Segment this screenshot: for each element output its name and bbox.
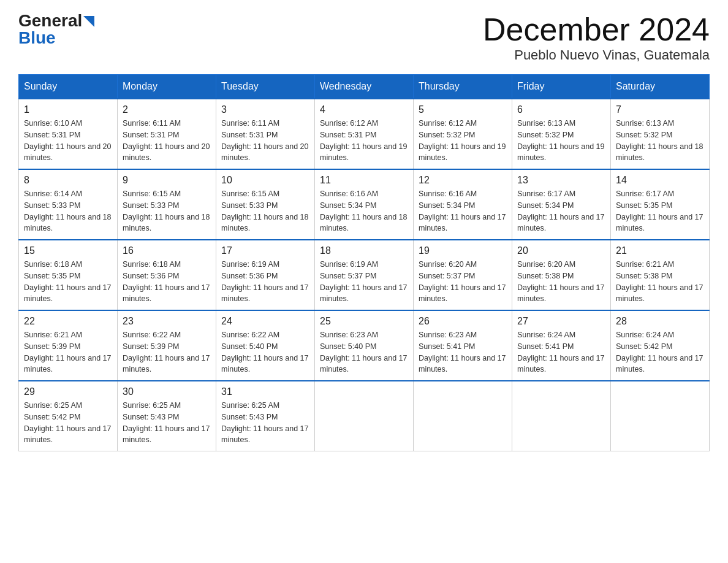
day-cell: 15 Sunrise: 6:18 AMSunset: 5:35 PMDaylig… [19, 240, 118, 310]
day-number: 7 [616, 104, 704, 115]
day-cell: 10 Sunrise: 6:15 AMSunset: 5:33 PMDaylig… [216, 169, 315, 240]
day-number: 16 [123, 245, 211, 256]
day-detail: Sunrise: 6:15 AMSunset: 5:33 PMDaylight:… [221, 188, 309, 234]
day-number: 31 [221, 386, 309, 397]
day-detail: Sunrise: 6:17 AMSunset: 5:35 PMDaylight:… [616, 188, 704, 234]
day-cell [611, 381, 710, 451]
day-detail: Sunrise: 6:22 AMSunset: 5:39 PMDaylight:… [123, 329, 211, 375]
day-cell: 7 Sunrise: 6:13 AMSunset: 5:32 PMDayligh… [611, 99, 710, 169]
day-detail: Sunrise: 6:19 AMSunset: 5:37 PMDaylight:… [320, 259, 408, 305]
day-cell: 24 Sunrise: 6:22 AMSunset: 5:40 PMDaylig… [216, 310, 315, 381]
day-detail: Sunrise: 6:23 AMSunset: 5:40 PMDaylight:… [320, 329, 408, 375]
day-cell: 14 Sunrise: 6:17 AMSunset: 5:35 PMDaylig… [611, 169, 710, 240]
day-detail: Sunrise: 6:20 AMSunset: 5:38 PMDaylight:… [517, 259, 605, 305]
day-detail: Sunrise: 6:13 AMSunset: 5:32 PMDaylight:… [616, 118, 704, 164]
day-cell: 2 Sunrise: 6:11 AMSunset: 5:31 PMDayligh… [118, 99, 216, 169]
day-cell [315, 381, 414, 451]
day-number: 10 [221, 175, 309, 186]
day-cell: 30 Sunrise: 6:25 AMSunset: 5:43 PMDaylig… [118, 381, 216, 451]
day-number: 8 [24, 175, 112, 186]
day-cell: 13 Sunrise: 6:17 AMSunset: 5:34 PMDaylig… [512, 169, 611, 240]
day-number: 14 [616, 175, 704, 186]
day-number: 28 [616, 316, 704, 327]
day-cell: 4 Sunrise: 6:12 AMSunset: 5:31 PMDayligh… [315, 99, 414, 169]
svg-marker-0 [83, 16, 94, 27]
logo-triangle-icon [83, 16, 94, 27]
day-detail: Sunrise: 6:13 AMSunset: 5:32 PMDaylight:… [517, 118, 605, 164]
day-number: 22 [24, 316, 112, 327]
calendar-body: 1 Sunrise: 6:10 AMSunset: 5:31 PMDayligh… [19, 99, 710, 451]
logo-blue: Blue [18, 29, 56, 47]
day-cell [512, 381, 611, 451]
day-cell: 22 Sunrise: 6:21 AMSunset: 5:39 PMDaylig… [19, 310, 118, 381]
header-monday: Monday [118, 75, 216, 99]
day-detail: Sunrise: 6:24 AMSunset: 5:41 PMDaylight:… [517, 329, 605, 375]
day-number: 25 [320, 316, 408, 327]
week-row-2: 8 Sunrise: 6:14 AMSunset: 5:33 PMDayligh… [19, 169, 710, 240]
day-detail: Sunrise: 6:18 AMSunset: 5:35 PMDaylight:… [24, 259, 112, 305]
day-number: 24 [221, 316, 309, 327]
day-number: 3 [221, 104, 309, 115]
day-number: 1 [24, 104, 112, 115]
calendar-table: SundayMondayTuesdayWednesdayThursdayFrid… [18, 74, 710, 451]
day-number: 26 [419, 316, 507, 327]
day-cell: 8 Sunrise: 6:14 AMSunset: 5:33 PMDayligh… [19, 169, 118, 240]
day-detail: Sunrise: 6:20 AMSunset: 5:37 PMDaylight:… [419, 259, 507, 305]
week-row-5: 29 Sunrise: 6:25 AMSunset: 5:42 PMDaylig… [19, 381, 710, 451]
day-detail: Sunrise: 6:25 AMSunset: 5:43 PMDaylight:… [221, 400, 309, 446]
day-cell: 17 Sunrise: 6:19 AMSunset: 5:36 PMDaylig… [216, 240, 315, 310]
header-row: SundayMondayTuesdayWednesdayThursdayFrid… [19, 75, 710, 99]
day-detail: Sunrise: 6:19 AMSunset: 5:36 PMDaylight:… [221, 259, 309, 305]
day-number: 6 [517, 104, 605, 115]
day-cell: 5 Sunrise: 6:12 AMSunset: 5:32 PMDayligh… [414, 99, 512, 169]
day-cell: 23 Sunrise: 6:22 AMSunset: 5:39 PMDaylig… [118, 310, 216, 381]
day-detail: Sunrise: 6:14 AMSunset: 5:33 PMDaylight:… [24, 188, 112, 234]
header-tuesday: Tuesday [216, 75, 315, 99]
day-detail: Sunrise: 6:25 AMSunset: 5:42 PMDaylight:… [24, 400, 112, 446]
day-detail: Sunrise: 6:17 AMSunset: 5:34 PMDaylight:… [517, 188, 605, 234]
day-cell [414, 381, 512, 451]
day-number: 5 [419, 104, 507, 115]
day-detail: Sunrise: 6:11 AMSunset: 5:31 PMDaylight:… [123, 118, 211, 164]
day-cell: 25 Sunrise: 6:23 AMSunset: 5:40 PMDaylig… [315, 310, 414, 381]
day-number: 13 [517, 175, 605, 186]
day-cell: 19 Sunrise: 6:20 AMSunset: 5:37 PMDaylig… [414, 240, 512, 310]
day-cell: 16 Sunrise: 6:18 AMSunset: 5:36 PMDaylig… [118, 240, 216, 310]
day-cell: 31 Sunrise: 6:25 AMSunset: 5:43 PMDaylig… [216, 381, 315, 451]
day-number: 23 [123, 316, 211, 327]
day-number: 19 [419, 245, 507, 256]
day-cell: 18 Sunrise: 6:19 AMSunset: 5:37 PMDaylig… [315, 240, 414, 310]
day-detail: Sunrise: 6:25 AMSunset: 5:43 PMDaylight:… [123, 400, 211, 446]
day-number: 9 [123, 175, 211, 186]
day-number: 17 [221, 245, 309, 256]
header-sunday: Sunday [19, 75, 118, 99]
page-header: General Blue December 2024 Pueblo Nuevo … [18, 12, 710, 63]
day-number: 27 [517, 316, 605, 327]
day-number: 21 [616, 245, 704, 256]
header-thursday: Thursday [414, 75, 512, 99]
header-wednesday: Wednesday [315, 75, 414, 99]
day-cell: 28 Sunrise: 6:24 AMSunset: 5:42 PMDaylig… [611, 310, 710, 381]
day-cell: 21 Sunrise: 6:21 AMSunset: 5:38 PMDaylig… [611, 240, 710, 310]
day-cell: 3 Sunrise: 6:11 AMSunset: 5:31 PMDayligh… [216, 99, 315, 169]
day-cell: 11 Sunrise: 6:16 AMSunset: 5:34 PMDaylig… [315, 169, 414, 240]
day-number: 2 [123, 104, 211, 115]
day-cell: 26 Sunrise: 6:23 AMSunset: 5:41 PMDaylig… [414, 310, 512, 381]
day-number: 29 [24, 386, 112, 397]
header-friday: Friday [512, 75, 611, 99]
day-cell: 9 Sunrise: 6:15 AMSunset: 5:33 PMDayligh… [118, 169, 216, 240]
day-detail: Sunrise: 6:24 AMSunset: 5:42 PMDaylight:… [616, 329, 704, 375]
day-detail: Sunrise: 6:11 AMSunset: 5:31 PMDaylight:… [221, 118, 309, 164]
day-number: 4 [320, 104, 408, 115]
logo-general: General [18, 12, 82, 29]
title-block: December 2024 Pueblo Nuevo Vinas, Guatem… [483, 12, 710, 63]
day-number: 11 [320, 175, 408, 186]
day-cell: 27 Sunrise: 6:24 AMSunset: 5:41 PMDaylig… [512, 310, 611, 381]
logo: General Blue [18, 12, 94, 47]
day-number: 15 [24, 245, 112, 256]
day-number: 12 [419, 175, 507, 186]
calendar-subtitle: Pueblo Nuevo Vinas, Guatemala [483, 47, 710, 63]
week-row-3: 15 Sunrise: 6:18 AMSunset: 5:35 PMDaylig… [19, 240, 710, 310]
day-detail: Sunrise: 6:18 AMSunset: 5:36 PMDaylight:… [123, 259, 211, 305]
calendar-title: December 2024 [483, 12, 710, 47]
